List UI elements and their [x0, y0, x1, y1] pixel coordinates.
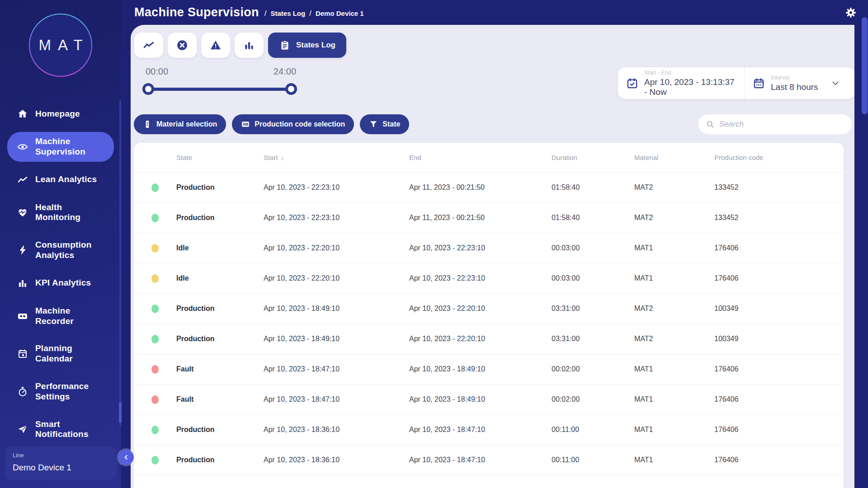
search-input[interactable]	[719, 120, 844, 129]
material-selection-button[interactable]: Material selection	[134, 114, 226, 134]
time-range-slider[interactable]	[148, 88, 291, 91]
col-end[interactable]: End	[409, 154, 552, 161]
chevron-left-icon	[123, 454, 130, 461]
slider-end-label: 24:00	[274, 66, 296, 77]
start-cell: Apr 10, 2023 - 18:36:10	[264, 456, 409, 464]
settings-gear-button[interactable]	[844, 6, 857, 19]
state-filter-button[interactable]: State	[360, 114, 409, 134]
page-header: Machine Supervision / States Log / Demo …	[121, 0, 868, 25]
search-box	[698, 114, 852, 134]
start-cell: Apr 10, 2023 - 18:47:10	[264, 365, 409, 373]
table-row[interactable]: Production Apr 10, 2023 - 18:49:10 Apr 1…	[134, 294, 844, 324]
sidebar-collapse-button[interactable]	[118, 450, 134, 465]
circle-x-icon	[176, 39, 188, 51]
start-end-picker[interactable]: Start - End Apr 10, 2023 - 13:13:37 - No…	[618, 67, 745, 99]
material-cell: MAT2	[634, 214, 714, 222]
device-selector[interactable]: Line Demo Device 1	[5, 446, 117, 480]
breadcrumb: / States Log / Demo Device 1	[264, 9, 364, 18]
production-code-selection-button[interactable]: Production code selection	[232, 114, 354, 134]
calendar-icon	[17, 348, 28, 359]
end-cell: Apr 10, 2023 - 22:20:10	[409, 335, 552, 343]
production-code-cell: 133452	[714, 183, 844, 192]
sidebar-item-label: Health Monitoring	[35, 202, 108, 223]
device-selector-label: Line	[13, 452, 109, 459]
sidebar-item-machine-supervision[interactable]: Machine Supervision	[7, 132, 114, 162]
sidebar-item-label: Smart Notifications	[35, 419, 108, 440]
sidebar-item-homepage[interactable]: Homepage	[7, 104, 114, 124]
col-material[interactable]: Material	[634, 154, 714, 161]
table-row[interactable]: Production Apr 10, 2023 - 22:23:10 Apr 1…	[134, 203, 844, 233]
breadcrumb-separator: /	[264, 9, 267, 18]
state-dot	[151, 183, 159, 192]
sidebar-item-lean-analytics[interactable]: Lean Analytics	[7, 170, 114, 190]
table-row[interactable]: Idle Apr 10, 2023 - 22:20:10 Apr 10, 202…	[134, 263, 844, 294]
state-cell: Production	[176, 335, 264, 343]
breadcrumb-states-log[interactable]: States Log	[271, 9, 306, 17]
table-header: State Start↓ End Duration Material Produ…	[134, 143, 844, 173]
search-icon	[706, 120, 715, 129]
production-code-cell: 133452	[714, 214, 844, 222]
end-cell: Apr 10, 2023 - 22:23:10	[409, 274, 552, 282]
page-scrollbar-thumb[interactable]	[862, 17, 868, 114]
production-code-selection-label: Production code selection	[255, 120, 345, 128]
sidebar-scrollbar-thumb[interactable]	[119, 402, 122, 423]
start-cell: Apr 10, 2023 - 22:20:10	[264, 244, 409, 252]
material-cell: MAT1	[634, 456, 714, 464]
content-panel: States Log 00:00 24:00 Start - End Apr 1…	[131, 25, 854, 488]
tab-trends[interactable]	[134, 33, 163, 58]
sort-arrow: ↓	[281, 154, 284, 161]
state-cell: Production	[176, 305, 264, 313]
sidebar-item-consumption-analytics[interactable]: Consumption Analytics	[7, 235, 114, 265]
sidebar-item-smart-notifications[interactable]: Smart Notifications	[7, 415, 114, 445]
sidebar-item-planning-calendar[interactable]: Planning Calendar	[7, 339, 114, 369]
state-cell: Production	[176, 214, 264, 222]
interval-label: Interval	[771, 75, 818, 81]
table-row[interactable]: Production Apr 10, 2023 - 22:23:10 Apr 1…	[134, 173, 844, 203]
end-cell: Apr 10, 2023 - 18:47:10	[409, 426, 552, 434]
bolt-icon	[17, 245, 28, 256]
material-cell: MAT1	[634, 274, 714, 282]
sidebar-item-performance-settings[interactable]: Performance Settings	[7, 377, 114, 407]
table-row[interactable]: Production Apr 10, 2023 - 18:36:10 Apr 1…	[134, 415, 844, 445]
clipboard-icon	[279, 39, 291, 51]
table-row[interactable]: Idle Apr 10, 2023 - 22:20:10 Apr 10, 202…	[134, 233, 844, 263]
breadcrumb-device[interactable]: Demo Device 1	[316, 9, 364, 17]
production-code-cell: 176406	[714, 365, 844, 373]
production-code-cell: 176406	[714, 395, 844, 404]
tab-errors[interactable]	[168, 33, 197, 58]
sidebar-item-machine-recorder[interactable]: Machine Recorder	[7, 301, 114, 331]
interval-picker[interactable]: Interval Last 8 hours	[745, 67, 849, 99]
tab-bar-stats[interactable]	[235, 33, 264, 58]
duration-cell: 01:58:40	[552, 214, 634, 222]
table-row[interactable]: Production Apr 10, 2023 - 18:36:10 Apr 1…	[134, 445, 844, 475]
sidebar-item-kpi-analytics[interactable]: KPI Analytics	[7, 273, 114, 293]
sidebar-item-health-monitoring[interactable]: Health Monitoring	[7, 198, 114, 228]
home-icon	[17, 108, 28, 119]
table-row[interactable]: Fault Apr 10, 2023 - 18:47:10 Apr 10, 20…	[134, 354, 844, 385]
table-row[interactable]: Production Apr 10, 2023 - 18:49:10 Apr 1…	[134, 324, 844, 354]
end-cell: Apr 10, 2023 - 18:49:10	[409, 395, 552, 404]
col-duration[interactable]: Duration	[552, 154, 634, 161]
state-dot	[151, 335, 159, 343]
recorder-icon	[17, 311, 28, 322]
tab-states-log[interactable]: States Log	[268, 33, 346, 58]
duration-cell: 00:03:00	[552, 244, 634, 252]
slider-handle-start[interactable]	[142, 83, 154, 95]
production-code-cell: 100349	[714, 335, 844, 343]
tab-warnings[interactable]	[201, 33, 230, 58]
col-production-code[interactable]: Production code	[714, 154, 844, 161]
col-state[interactable]: State	[176, 154, 264, 161]
sidebar-scrollbar[interactable]	[119, 100, 121, 427]
col-start[interactable]: Start↓	[264, 154, 409, 161]
table-row[interactable]: Fault Apr 10, 2023 - 18:47:10 Apr 10, 20…	[134, 385, 844, 415]
end-cell: Apr 11, 2023 - 00:21:50	[409, 214, 552, 222]
sidebar-item-label: KPI Analytics	[35, 278, 91, 288]
state-dot	[151, 456, 159, 465]
chevron-down-icon	[830, 78, 840, 88]
slider-handle-end[interactable]	[285, 83, 297, 95]
material-icon	[143, 120, 152, 129]
barcode-icon	[241, 120, 250, 129]
sidebar-item-label: Machine Supervision	[35, 136, 108, 157]
state-cell: Idle	[176, 244, 264, 252]
device-selector-value: Demo Device 1	[13, 463, 109, 473]
